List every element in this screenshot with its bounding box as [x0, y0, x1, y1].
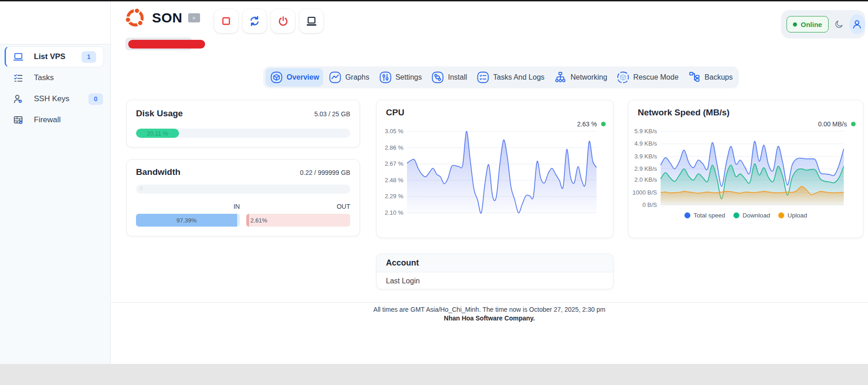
backups-tree-icon [688, 70, 701, 84]
cpu-y-axis: 3.05 %2.86 %2.67 %2.48 %2.29 %2.10 % [377, 130, 403, 214]
window-top-strip [0, 0, 868, 1]
ubuntu-logo-icon [124, 6, 146, 29]
legend-label: Download [743, 212, 770, 219]
sidebar-item-firewall[interactable]: Firewall [0, 109, 110, 130]
sidebar-nav: List VPS 1 Tasks [0, 44, 110, 130]
legend-item: Download [733, 212, 770, 219]
status-badge[interactable]: Online [787, 16, 829, 33]
broken-flag-icon: × [188, 13, 200, 22]
bandwidth-in-fill: 97.39% [136, 214, 237, 227]
cpu-current-value: 2.63 % [577, 120, 597, 128]
sidebar-item-label: Firewall [34, 115, 61, 125]
console-monitor-icon [306, 16, 317, 27]
tab-networking[interactable]: Networking [549, 68, 611, 87]
account-card: Account Last Login [376, 254, 613, 289]
bandwidth-out-fill [246, 214, 249, 227]
redacted-ip [128, 40, 205, 49]
networking-icon [553, 70, 567, 84]
network-y-axis: 5.9 KB/s4.9 KB/s3.9 KB/s2.9 KB/s2.0 KB/s… [629, 130, 657, 206]
overview-cube-icon [270, 70, 283, 84]
vps-tabs: Overview Graphs Settings [263, 66, 739, 88]
bandwidth-title: Bandwidth [136, 167, 180, 177]
network-card-title: Network Speed (MB/s) [638, 108, 730, 118]
bandwidth-in-label: IN [136, 203, 240, 210]
network-status-dot-icon [851, 122, 856, 126]
bandwidth-out-label: OUT [246, 203, 350, 210]
vps-name: SON [152, 10, 183, 26]
bandwidth-value: 0.22 / 999999 GB [300, 169, 350, 176]
tab-graphs[interactable]: Graphs [324, 68, 373, 87]
count-badge: 0 [88, 93, 103, 105]
laptop-icon [13, 51, 24, 62]
install-icon [431, 70, 445, 84]
cpu-chart [407, 130, 597, 214]
sidebar-header [0, 1, 110, 44]
disk-percent-label: 20.11 % [147, 130, 168, 137]
vps-dashboard: List VPS 1 Tasks [0, 0, 868, 385]
disk-usage-card: Disk Usage 5.03 / 25 GB 20.11 % [126, 100, 360, 147]
vm-action-buttons [214, 9, 323, 33]
firewall-icon [13, 114, 24, 125]
tab-backups[interactable]: Backups [684, 68, 737, 87]
sidebar-item-tasks[interactable]: Tasks [0, 67, 110, 88]
network-speed-card: Network Speed (MB/s) 0.00 MB/s 5.9 KB/s4… [628, 100, 863, 238]
legend-item: Total speed [684, 212, 725, 219]
y-axis-tick-label: 2.67 % [385, 160, 403, 167]
network-chart [661, 130, 844, 206]
dark-mode-moon-icon[interactable] [834, 18, 844, 30]
account-last-login-row: Last Login [377, 272, 613, 289]
page-bottom-strip [0, 364, 868, 385]
tasks-logs-icon [476, 70, 490, 84]
stop-vps-button[interactable] [214, 9, 238, 33]
bandwidth-out-bar: 2.61% [246, 214, 350, 227]
footer-divider [111, 302, 868, 303]
cpu-card-title: CPU [386, 108, 404, 118]
disk-progressbar: 20.11 % [136, 129, 350, 138]
cpu-current: 2.63 % [577, 120, 606, 128]
sidebar: List VPS 1 Tasks [0, 1, 111, 364]
tab-tasks-and-logs[interactable]: Tasks And Logs [472, 68, 548, 87]
network-legend: Total speedDownloadUpload [629, 212, 863, 219]
footer: All times are GMT Asia/Ho_Chi_Minh. The … [111, 306, 868, 322]
user-icon [851, 18, 863, 30]
company-name: Nhan Hoa Software Company. [111, 315, 868, 322]
brand: SON × [124, 6, 200, 29]
legend-item: Upload [778, 212, 807, 219]
bandwidth-zero-label: 0 [140, 185, 143, 192]
tab-install[interactable]: Install [427, 68, 471, 87]
console-button[interactable] [299, 9, 323, 33]
stop-icon [221, 16, 232, 27]
user-avatar[interactable] [849, 14, 865, 34]
bandwidth-in-percent: 97.39% [176, 217, 196, 224]
sidebar-item-label: SSH Keys [34, 94, 69, 103]
y-axis-tick-label: 3.05 % [385, 128, 403, 135]
settings-sliders-icon [379, 70, 392, 84]
y-axis-tick-label: 2.9 KB/s [635, 165, 657, 172]
y-axis-tick-label: 4.9 KB/s [635, 140, 657, 147]
task-list-icon [13, 72, 24, 83]
network-current-value: 0.00 MB/s [818, 120, 847, 128]
tab-rescue-mode[interactable]: Rescue Mode [612, 68, 683, 87]
y-axis-tick-label: 3.9 KB/s [635, 153, 657, 160]
account-header: Account [377, 254, 613, 272]
graphs-icon [328, 70, 342, 84]
legend-dot-icon [684, 212, 690, 218]
y-axis-tick-label: 2.29 % [385, 193, 403, 200]
ip-address-pill [125, 38, 192, 50]
tab-settings[interactable]: Settings [374, 68, 426, 87]
reload-icon [249, 15, 260, 27]
count-badge: 1 [81, 51, 96, 63]
bandwidth-total-progressbar: 0 [136, 184, 350, 194]
y-axis-tick-label: 0 B/S [642, 201, 657, 208]
y-axis-tick-label: 2.48 % [385, 177, 403, 184]
tab-overview[interactable]: Overview [266, 68, 323, 87]
y-axis-tick-label: 2.10 % [385, 209, 403, 216]
reload-vps-button[interactable] [243, 9, 266, 33]
timezone-note: All times are GMT Asia/Ho_Chi_Minh. The … [111, 306, 868, 313]
bandwidth-in-bar: 97.39% [136, 214, 240, 227]
sidebar-item-list-vps[interactable]: List VPS 1 [5, 46, 104, 67]
power-off-button[interactable] [271, 9, 295, 33]
sidebar-item-ssh-keys[interactable]: SSH Keys 0 [0, 88, 110, 109]
sidebar-item-label: Tasks [34, 73, 54, 82]
status-label: Online [801, 21, 822, 28]
